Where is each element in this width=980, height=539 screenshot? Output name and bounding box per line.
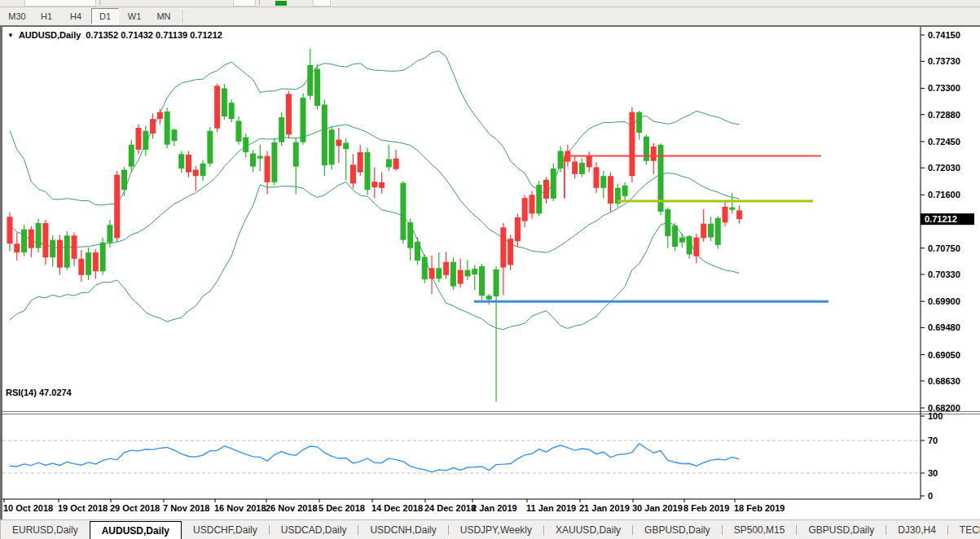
candle <box>572 161 578 173</box>
price-tick-label: 0.73730 <box>928 56 960 66</box>
date-tick-label: 10 Oct 2018 <box>3 503 53 513</box>
date-tick-label: 14 Dec 2018 <box>371 503 423 513</box>
candle <box>386 159 392 167</box>
candle <box>701 224 706 239</box>
chart-area[interactable]: 0.741500.737300.733000.728800.724500.720… <box>0 25 980 519</box>
tab-audusd-daily[interactable]: AUDUSD,Daily <box>90 521 182 539</box>
candle <box>50 240 55 258</box>
mt4-terminal: { "top_toolbar": { "timeframes": [ {"lab… <box>0 0 980 539</box>
tab-usdcnh-daily[interactable]: USDCNH,Daily <box>358 520 447 539</box>
tf-button-h1[interactable]: H1 <box>33 8 60 24</box>
candle <box>86 252 91 275</box>
candle <box>93 252 99 271</box>
candle <box>629 112 635 177</box>
candle <box>486 296 492 300</box>
tab-usdcad-daily[interactable]: USDCAD,Daily <box>270 520 358 539</box>
candle <box>636 112 642 133</box>
candle <box>665 209 670 236</box>
candle <box>214 85 220 128</box>
tab-sp500-m15[interactable]: SP500,M15 <box>723 520 797 539</box>
candle <box>679 238 685 243</box>
current-price-badge: 0.71212 <box>921 213 974 225</box>
price-tick-label: 0.73300 <box>928 83 960 93</box>
date-tick-label: 2 Jan 2019 <box>472 503 517 513</box>
candle <box>729 208 735 210</box>
candle <box>551 169 556 199</box>
date-tick-label: 16 Nov 2018 <box>214 503 266 513</box>
candle <box>593 167 599 187</box>
candle <box>129 145 134 167</box>
candle <box>622 186 628 196</box>
candle <box>723 207 728 222</box>
tf-button-m30[interactable]: M30 <box>3 8 31 24</box>
candle <box>114 175 120 239</box>
toolbar-separator <box>182 10 184 23</box>
candle <box>121 169 127 190</box>
candle <box>651 147 657 161</box>
tf-button-mn[interactable]: MN <box>150 8 178 24</box>
tab-gbpusd-daily[interactable]: GBPUSD,Daily <box>797 520 886 539</box>
candle <box>494 270 499 296</box>
candle <box>207 131 213 164</box>
candle <box>200 164 206 176</box>
candle <box>443 262 449 275</box>
date-tick-label: 5 Dec 2018 <box>319 503 365 513</box>
chart-dropdown-icon[interactable]: ▼ <box>7 32 14 39</box>
green-status-fragment <box>275 1 287 6</box>
toolbar-fragment <box>24 0 96 7</box>
candle <box>229 103 235 119</box>
candle <box>558 151 564 169</box>
price-tick-label: 0.72880 <box>928 110 960 120</box>
candle <box>522 198 528 221</box>
candle <box>150 119 156 134</box>
price-tick-label: 0.69050 <box>928 350 960 360</box>
candle <box>472 269 477 274</box>
tf-button-h4[interactable]: H4 <box>62 8 90 24</box>
candle <box>307 65 313 96</box>
date-tick-label: 11 Jan 2019 <box>526 503 576 513</box>
tf-button-w1[interactable]: W1 <box>121 8 148 24</box>
rsi-name: RSI(14) <box>6 388 37 397</box>
candle <box>644 137 649 161</box>
candle <box>314 69 320 106</box>
date-tick-label: 26 Nov 2018 <box>266 503 318 513</box>
candle <box>250 153 256 166</box>
chart-title: ▼ AUDUSD,Daily 0.71352 0.71432 0.71139 0… <box>7 30 222 40</box>
candle <box>107 225 112 243</box>
candle <box>193 169 199 176</box>
tab-gbpusd-daily[interactable]: GBPUSD,Daily <box>633 520 722 539</box>
candle <box>36 223 42 248</box>
candle <box>350 164 356 183</box>
candle <box>600 176 606 188</box>
price-tick-label: 0.72030 <box>928 163 960 173</box>
date-tick-label: 24 Dec 2018 <box>424 503 476 513</box>
price-chart-svg[interactable]: 0.741500.737300.733000.728800.724500.720… <box>2 27 980 519</box>
tab-xauusd-daily[interactable]: XAUUSD,Daily <box>544 520 632 539</box>
tab-tech100[interactable]: TECH100 <box>948 520 980 539</box>
price-tick-label: 0.72450 <box>928 137 960 147</box>
candle <box>265 156 270 182</box>
date-tick-label: 21 Jan 2019 <box>579 503 630 513</box>
candle <box>329 129 335 164</box>
candle <box>458 270 464 284</box>
tab-eurusd-daily[interactable]: EURUSD,Daily <box>1 520 90 539</box>
price-tick-label: 0.71600 <box>928 190 960 199</box>
candle <box>322 104 327 165</box>
tf-button-d1[interactable]: D1 <box>91 8 119 24</box>
candle <box>14 243 20 252</box>
candle <box>715 218 721 245</box>
candle <box>508 239 513 265</box>
candle <box>7 217 13 243</box>
price-tick-label: 0.74150 <box>928 30 960 40</box>
rsi-layer <box>2 440 921 473</box>
tab-usdjpy-weekly[interactable]: USDJPY,Weekly <box>449 520 543 539</box>
candle <box>300 98 305 142</box>
candle <box>529 195 534 213</box>
candle <box>587 156 592 168</box>
tab-dj30-h4[interactable]: DJ30,H4 <box>886 520 947 539</box>
candle <box>78 259 84 275</box>
rsi-tick-label: 0 <box>928 491 933 501</box>
candle <box>235 121 241 141</box>
tab-usdchf-daily[interactable]: USDCHF,Daily <box>182 520 269 539</box>
rsi-indicator-label: RSI(14) 47.0274 <box>6 388 72 397</box>
